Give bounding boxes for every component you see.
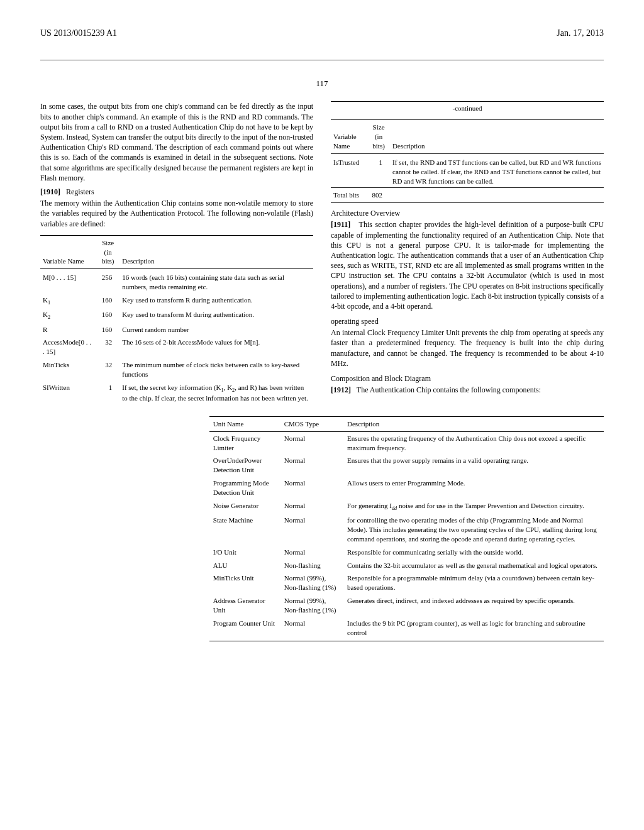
operating-speed-body: An internal Clock Frequency Limiter Unit… [331,328,604,368]
components-th-desc: Description [343,416,604,431]
vars-th-size: Size (in bits) [367,120,390,154]
vars-th-size: Size (in bits) [96,235,119,269]
table-row: SIWritten 1 If set, the secret key infor… [40,381,313,405]
table-row: State Machine Normal for controlling the… [209,514,604,546]
table-row: Noise Generator Normal For generating Id… [209,499,604,514]
operating-speed-heading: operating speed [331,316,604,326]
vars-th-desc: Description [390,120,604,154]
header-divider [40,43,604,60]
table-row: MinTicks 32 The minimum number of clock … [40,358,313,381]
variables-table: Variable Name Size (in bits) Description… [40,235,313,405]
registers-heading: [1910] Registers [40,187,313,197]
table-row: K2 160 Key used to transform M during au… [40,308,313,323]
composition-label: [1912] [331,385,351,394]
table-row: M[0 . . . 15] 256 16 words (each 16 bits… [40,269,313,294]
table-row: OverUnderPower Detection Unit Normal Ens… [209,454,604,477]
vars-th-desc: Description [119,235,313,269]
composition-heading: Composition and Block Diagram [331,374,604,384]
publication-number: US 2013/0015239 A1 [40,28,117,40]
registers-body: The memory within the Authentication Chi… [40,198,313,229]
continued-label: -continued [331,101,604,113]
components-th-unit: Unit Name [209,416,280,431]
intro-paragraph: In some cases, the output bits from one … [40,101,313,183]
components-table-wrap: Unit Name CMOS Type Description Clock Fr… [209,416,604,642]
two-column-layout: In some cases, the output bits from one … [40,101,604,407]
publication-date: Jan. 17, 2013 [557,28,604,40]
composition-paragraph: [1912] The Authentication Chip contains … [331,385,604,395]
table-row: IsTrusted 1 If set, the RND and TST func… [331,153,604,188]
components-th-cmos: CMOS Type [280,416,343,431]
registers-title: Registers [66,187,94,196]
table-row: Programming Mode Detection Unit Normal A… [209,477,604,499]
table-row: K1 160 Key used to transform R during au… [40,294,313,308]
architecture-label: [1911] [331,220,350,229]
table-row: Program Counter Unit Normal Includes the… [209,617,604,641]
table-row: I/O Unit Normal Responsible for communic… [209,546,604,559]
architecture-heading: Architecture Overview [331,208,604,218]
vars-th-name: Variable Name [40,235,96,269]
vars-th-name: Variable Name [331,120,367,154]
table-row: Address Generator Unit Normal (99%), Non… [209,594,604,617]
table-totals-row: Total bits 802 [331,188,604,203]
registers-label: [1910] [40,187,60,196]
architecture-paragraph: [1911] This section chapter provides the… [331,219,604,311]
left-column: In some cases, the output bits from one … [40,101,313,407]
table-row: Clock Frequency Limiter Normal Ensures t… [209,431,604,454]
table-row: ALU Non-flashing Contains the 32-bit acc… [209,559,604,572]
page-number: 117 [40,78,604,89]
variables-table-continued: Variable Name Size (in bits) Description… [331,119,604,203]
right-column: -continued Variable Name Size (in bits) … [331,101,604,407]
components-table: Unit Name CMOS Type Description Clock Fr… [209,416,604,642]
page-header: US 2013/0015239 A1 Jan. 17, 2013 [40,28,604,40]
table-row: MinTicks Unit Normal (99%), Non-flashing… [209,572,604,594]
table-row: R 160 Current random number [40,323,313,336]
table-row: AccessMode[0 . . . 15] 32 The 16 sets of… [40,336,313,358]
